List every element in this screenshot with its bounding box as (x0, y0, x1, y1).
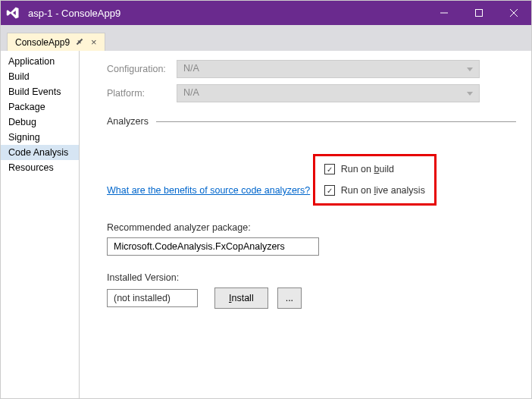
checkbox-icon (324, 185, 335, 196)
sidebar-item-build-events[interactable]: Build Events (1, 84, 79, 99)
analyzers-benefits-link[interactable]: What are the benefits of source code ana… (107, 185, 310, 196)
sidebar-item-application[interactable]: Application (1, 54, 79, 69)
title-bar: asp-1 - ConsoleApp9 (1, 1, 531, 25)
platform-select[interactable]: N/A (177, 84, 480, 102)
installed-version-input[interactable]: (not installed) (107, 289, 198, 307)
close-icon[interactable]: × (88, 36, 100, 48)
sidebar-item-code-analysis[interactable]: Code Analysis (1, 145, 79, 160)
analyzers-section-header: Analyzers (107, 116, 516, 127)
pin-icon[interactable] (76, 38, 83, 47)
maximize-button[interactable] (462, 1, 496, 25)
sidebar-item-package[interactable]: Package (1, 99, 79, 115)
recommended-package-input[interactable] (107, 237, 319, 256)
menu-strip (1, 25, 531, 31)
browse-button[interactable]: ... (277, 287, 302, 309)
installed-version-label: Installed Version: (107, 272, 516, 283)
divider (156, 121, 516, 122)
section-title: Analyzers (107, 116, 156, 127)
sidebar-item-build[interactable]: Build (1, 69, 79, 84)
configuration-select[interactable]: N/A (177, 60, 480, 78)
run-on-live-analysis-checkbox[interactable]: Run on live analysis (324, 185, 425, 196)
install-button[interactable]: Install (214, 287, 268, 309)
checkbox-label: Run on build (341, 164, 394, 174)
minimize-button[interactable] (427, 1, 462, 25)
run-on-build-checkbox[interactable]: Run on build (324, 164, 425, 174)
properties-sidebar: Application Build Build Events Package D… (1, 51, 80, 398)
document-tab-well: ConsoleApp9 × (1, 31, 531, 51)
vs-logo-icon (1, 1, 25, 25)
sidebar-item-resources[interactable]: Resources (1, 160, 79, 175)
window-controls (427, 1, 531, 25)
sidebar-item-signing[interactable]: Signing (1, 130, 79, 145)
window-title: asp-1 - ConsoleApp9 (25, 8, 427, 19)
content-area: Application Build Build Events Package D… (1, 51, 531, 398)
document-tab[interactable]: ConsoleApp9 × (7, 33, 105, 51)
sidebar-item-debug[interactable]: Debug (1, 115, 79, 130)
checkbox-label: Run on live analysis (341, 185, 425, 196)
recommended-package-label: Recommended analyzer package: (107, 222, 516, 233)
highlighted-options: Run on build Run on live analysis (313, 154, 437, 206)
tab-label: ConsoleApp9 (15, 37, 70, 48)
svg-rect-1 (476, 10, 483, 17)
code-analysis-panel: Configuration: N/A Platform: N/A Analyze… (80, 51, 531, 398)
platform-label: Platform: (107, 88, 177, 99)
close-button[interactable] (496, 1, 531, 25)
checkbox-icon (324, 164, 335, 174)
configuration-label: Configuration: (107, 64, 177, 74)
